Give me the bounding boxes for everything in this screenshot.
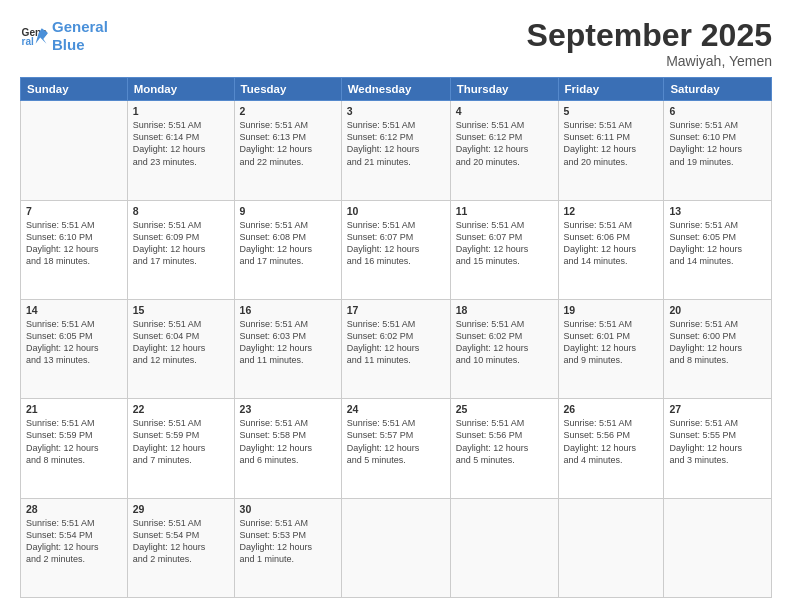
day-number: 15 [133, 304, 229, 316]
calendar-week-1: 1Sunrise: 5:51 AM Sunset: 6:14 PM Daylig… [21, 101, 772, 200]
cell-info: Sunrise: 5:51 AM Sunset: 6:08 PM Dayligh… [240, 219, 336, 268]
day-number: 24 [347, 403, 445, 415]
cell-info: Sunrise: 5:51 AM Sunset: 5:57 PM Dayligh… [347, 417, 445, 466]
calendar-cell: 4Sunrise: 5:51 AM Sunset: 6:12 PM Daylig… [450, 101, 558, 200]
calendar-week-5: 28Sunrise: 5:51 AM Sunset: 5:54 PM Dayli… [21, 498, 772, 597]
calendar-cell: 14Sunrise: 5:51 AM Sunset: 6:05 PM Dayli… [21, 299, 128, 398]
calendar-cell: 1Sunrise: 5:51 AM Sunset: 6:14 PM Daylig… [127, 101, 234, 200]
cell-info: Sunrise: 5:51 AM Sunset: 5:54 PM Dayligh… [133, 517, 229, 566]
logo-icon: Gene ral [20, 22, 48, 50]
cell-info: Sunrise: 5:51 AM Sunset: 6:03 PM Dayligh… [240, 318, 336, 367]
calendar-cell: 28Sunrise: 5:51 AM Sunset: 5:54 PM Dayli… [21, 498, 128, 597]
calendar-header: Sunday Monday Tuesday Wednesday Thursday… [21, 78, 772, 101]
calendar-cell: 10Sunrise: 5:51 AM Sunset: 6:07 PM Dayli… [341, 200, 450, 299]
day-number: 16 [240, 304, 336, 316]
col-thursday: Thursday [450, 78, 558, 101]
calendar-cell: 12Sunrise: 5:51 AM Sunset: 6:06 PM Dayli… [558, 200, 664, 299]
calendar-body: 1Sunrise: 5:51 AM Sunset: 6:14 PM Daylig… [21, 101, 772, 598]
calendar-cell: 20Sunrise: 5:51 AM Sunset: 6:00 PM Dayli… [664, 299, 772, 398]
col-wednesday: Wednesday [341, 78, 450, 101]
day-number: 7 [26, 205, 122, 217]
calendar-cell: 15Sunrise: 5:51 AM Sunset: 6:04 PM Dayli… [127, 299, 234, 398]
calendar-cell: 13Sunrise: 5:51 AM Sunset: 6:05 PM Dayli… [664, 200, 772, 299]
calendar-cell: 18Sunrise: 5:51 AM Sunset: 6:02 PM Dayli… [450, 299, 558, 398]
day-number: 17 [347, 304, 445, 316]
calendar-cell: 6Sunrise: 5:51 AM Sunset: 6:10 PM Daylig… [664, 101, 772, 200]
cell-info: Sunrise: 5:51 AM Sunset: 6:12 PM Dayligh… [456, 119, 553, 168]
day-number: 8 [133, 205, 229, 217]
calendar-cell [21, 101, 128, 200]
calendar-week-3: 14Sunrise: 5:51 AM Sunset: 6:05 PM Dayli… [21, 299, 772, 398]
logo: Gene ral General Blue [20, 18, 108, 54]
calendar-cell: 29Sunrise: 5:51 AM Sunset: 5:54 PM Dayli… [127, 498, 234, 597]
calendar-cell: 9Sunrise: 5:51 AM Sunset: 6:08 PM Daylig… [234, 200, 341, 299]
cell-info: Sunrise: 5:51 AM Sunset: 6:10 PM Dayligh… [26, 219, 122, 268]
calendar-cell: 27Sunrise: 5:51 AM Sunset: 5:55 PM Dayli… [664, 399, 772, 498]
day-number: 6 [669, 105, 766, 117]
day-number: 11 [456, 205, 553, 217]
day-number: 20 [669, 304, 766, 316]
day-number: 12 [564, 205, 659, 217]
day-number: 14 [26, 304, 122, 316]
calendar-cell [450, 498, 558, 597]
day-number: 29 [133, 503, 229, 515]
col-monday: Monday [127, 78, 234, 101]
calendar-cell: 26Sunrise: 5:51 AM Sunset: 5:56 PM Dayli… [558, 399, 664, 498]
calendar-cell: 2Sunrise: 5:51 AM Sunset: 6:13 PM Daylig… [234, 101, 341, 200]
cell-info: Sunrise: 5:51 AM Sunset: 6:05 PM Dayligh… [669, 219, 766, 268]
cell-info: Sunrise: 5:51 AM Sunset: 6:11 PM Dayligh… [564, 119, 659, 168]
cell-info: Sunrise: 5:51 AM Sunset: 6:10 PM Dayligh… [669, 119, 766, 168]
calendar-subtitle: Mawiyah, Yemen [527, 53, 772, 69]
day-number: 27 [669, 403, 766, 415]
logo-text: General Blue [52, 18, 108, 54]
col-saturday: Saturday [664, 78, 772, 101]
cell-info: Sunrise: 5:51 AM Sunset: 6:12 PM Dayligh… [347, 119, 445, 168]
calendar-cell [664, 498, 772, 597]
calendar-cell: 7Sunrise: 5:51 AM Sunset: 6:10 PM Daylig… [21, 200, 128, 299]
header-row: Sunday Monday Tuesday Wednesday Thursday… [21, 78, 772, 101]
cell-info: Sunrise: 5:51 AM Sunset: 5:55 PM Dayligh… [669, 417, 766, 466]
calendar-cell: 30Sunrise: 5:51 AM Sunset: 5:53 PM Dayli… [234, 498, 341, 597]
col-tuesday: Tuesday [234, 78, 341, 101]
calendar-title: September 2025 [527, 18, 772, 53]
calendar-cell: 19Sunrise: 5:51 AM Sunset: 6:01 PM Dayli… [558, 299, 664, 398]
col-sunday: Sunday [21, 78, 128, 101]
day-number: 3 [347, 105, 445, 117]
cell-info: Sunrise: 5:51 AM Sunset: 6:02 PM Dayligh… [456, 318, 553, 367]
col-friday: Friday [558, 78, 664, 101]
cell-info: Sunrise: 5:51 AM Sunset: 5:58 PM Dayligh… [240, 417, 336, 466]
calendar-cell: 23Sunrise: 5:51 AM Sunset: 5:58 PM Dayli… [234, 399, 341, 498]
cell-info: Sunrise: 5:51 AM Sunset: 5:53 PM Dayligh… [240, 517, 336, 566]
calendar-page: Gene ral General Blue September 2025 Maw… [0, 0, 792, 612]
svg-text:ral: ral [22, 36, 35, 47]
cell-info: Sunrise: 5:51 AM Sunset: 6:13 PM Dayligh… [240, 119, 336, 168]
day-number: 22 [133, 403, 229, 415]
calendar-cell: 3Sunrise: 5:51 AM Sunset: 6:12 PM Daylig… [341, 101, 450, 200]
calendar-cell: 8Sunrise: 5:51 AM Sunset: 6:09 PM Daylig… [127, 200, 234, 299]
day-number: 25 [456, 403, 553, 415]
cell-info: Sunrise: 5:51 AM Sunset: 6:01 PM Dayligh… [564, 318, 659, 367]
day-number: 30 [240, 503, 336, 515]
logo-line1: General [52, 18, 108, 35]
calendar-week-4: 21Sunrise: 5:51 AM Sunset: 5:59 PM Dayli… [21, 399, 772, 498]
cell-info: Sunrise: 5:51 AM Sunset: 5:56 PM Dayligh… [456, 417, 553, 466]
calendar-cell: 5Sunrise: 5:51 AM Sunset: 6:11 PM Daylig… [558, 101, 664, 200]
day-number: 28 [26, 503, 122, 515]
day-number: 13 [669, 205, 766, 217]
day-number: 9 [240, 205, 336, 217]
day-number: 1 [133, 105, 229, 117]
calendar-cell [341, 498, 450, 597]
day-number: 21 [26, 403, 122, 415]
cell-info: Sunrise: 5:51 AM Sunset: 6:00 PM Dayligh… [669, 318, 766, 367]
day-number: 26 [564, 403, 659, 415]
cell-info: Sunrise: 5:51 AM Sunset: 5:59 PM Dayligh… [133, 417, 229, 466]
day-number: 4 [456, 105, 553, 117]
cell-info: Sunrise: 5:51 AM Sunset: 6:05 PM Dayligh… [26, 318, 122, 367]
cell-info: Sunrise: 5:51 AM Sunset: 5:59 PM Dayligh… [26, 417, 122, 466]
logo-line2: Blue [52, 36, 85, 53]
calendar-cell: 16Sunrise: 5:51 AM Sunset: 6:03 PM Dayli… [234, 299, 341, 398]
day-number: 23 [240, 403, 336, 415]
cell-info: Sunrise: 5:51 AM Sunset: 6:02 PM Dayligh… [347, 318, 445, 367]
day-number: 19 [564, 304, 659, 316]
calendar-table: Sunday Monday Tuesday Wednesday Thursday… [20, 77, 772, 598]
